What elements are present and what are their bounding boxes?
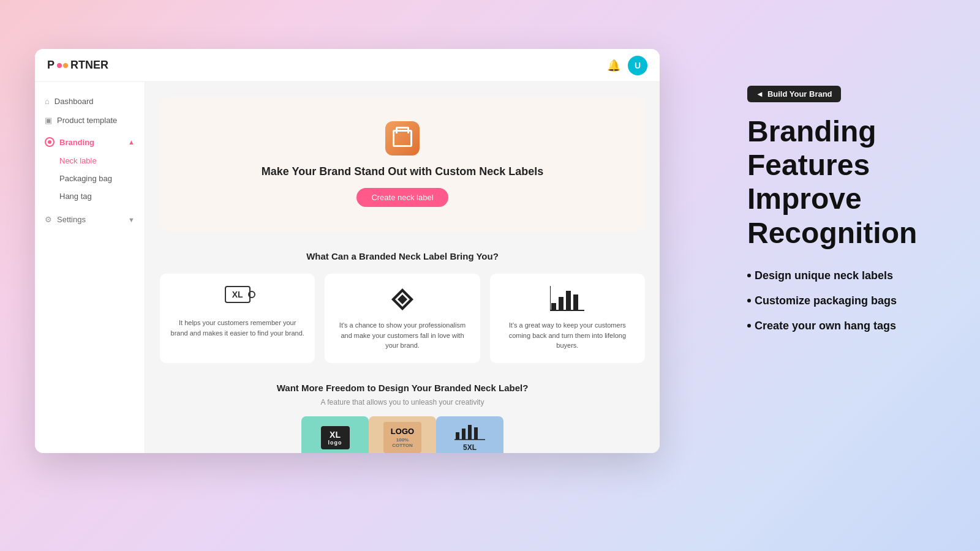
badge-arrow-icon: ◄ [756, 89, 764, 99]
sidebar-item-neck-lable[interactable]: Neck lable [35, 152, 145, 170]
app-body: ⌂ Dashboard ▣ Product template Branding … [35, 82, 660, 453]
logo-dot-pink [57, 63, 62, 68]
bullet-3 [747, 324, 751, 328]
sidebar-item-packaging-bag[interactable]: Packaging bag [35, 170, 145, 187]
sidebar-item-settings[interactable]: ⚙ Settings ▼ [35, 210, 145, 229]
feature-card-chart: It's a great way to keep your customers … [490, 274, 645, 363]
notification-bell-icon[interactable]: 🔔 [607, 59, 620, 72]
branding-icon [45, 137, 55, 147]
settings-label: Settings [57, 215, 86, 224]
svg-rect-4 [559, 297, 564, 310]
logo-dots [57, 63, 68, 68]
branding-section: Branding ▲ Neck lable Packaging bag Hang… [35, 132, 145, 205]
svg-rect-5 [566, 291, 571, 310]
avatar[interactable]: U [628, 56, 647, 75]
sidebar: ⌂ Dashboard ▣ Product template Branding … [35, 82, 145, 453]
logo-p: P [47, 59, 55, 72]
label-preview-blue: 5XL [436, 416, 503, 454]
feature-text-3: It's a great way to keep your customers … [500, 320, 635, 351]
svg-rect-11 [468, 425, 472, 440]
sidebar-item-hang-tag[interactable]: Hang tag [35, 187, 145, 205]
freedom-subtitle: A feature that allows you to unleash you… [160, 398, 645, 407]
right-feature-3: Create your own hang tags [747, 320, 931, 332]
badge-text: Build Your Brand [767, 89, 832, 99]
app-header: P RTNER 🔔 U [35, 49, 660, 82]
features-title: What Can a Branded Neck Label Bring You? [160, 251, 645, 261]
hero-title: Make Your Brand Stand Out with Custom Ne… [175, 165, 630, 178]
main-content: Make Your Brand Stand Out with Custom Ne… [145, 82, 660, 453]
sidebar-item-product-template[interactable]: ▣ Product template [35, 111, 145, 130]
neck-label-icon [393, 130, 412, 147]
sidebar-item-branding[interactable]: Branding ▲ [35, 132, 145, 152]
dashboard-icon: ⌂ [45, 97, 50, 106]
right-feature-list: Design unique neck labels Customize pack… [747, 269, 931, 332]
chevron-up-icon: ▲ [128, 138, 135, 146]
create-neck-label-button[interactable]: Create neck label [356, 188, 448, 207]
bar-chart-icon [500, 286, 635, 313]
right-feature-1: Design unique neck labels [747, 269, 931, 282]
settings-gear-icon: ⚙ [45, 215, 52, 224]
right-heading: BrandingFeaturesImproveRecognition [747, 114, 931, 250]
label-previews: XL logo LOGO 100%COTTON [160, 416, 645, 454]
svg-rect-12 [474, 427, 478, 440]
build-brand-badge: ◄ Build Your Brand [747, 86, 841, 102]
dashboard-label: Dashboard [55, 97, 94, 106]
right-panel: ◄ Build Your Brand BrandingFeaturesImpro… [747, 86, 931, 332]
logo-dot-orange [63, 63, 68, 68]
hero-card: Make Your Brand Stand Out with Custom Ne… [160, 97, 645, 231]
feature-text-1: It helps your customers remember your br… [170, 318, 305, 338]
xl-tag-icon: XL [170, 286, 305, 310]
svg-rect-3 [551, 303, 556, 310]
bullet-2 [747, 299, 751, 302]
svg-rect-9 [456, 432, 459, 440]
logo: P RTNER [47, 59, 108, 72]
feature-text-2: It's a chance to show your professionali… [334, 320, 470, 351]
settings-chevron-icon: ▼ [128, 216, 135, 223]
features-grid: XL It helps your customers remember your… [160, 274, 645, 363]
sidebar-item-dashboard[interactable]: ⌂ Dashboard [35, 92, 145, 111]
feature-card-diamond: It's a chance to show your professionali… [325, 274, 480, 363]
freedom-title: Want More Freedom to Design Your Branded… [160, 383, 645, 393]
branding-label: Branding [59, 138, 94, 147]
header-icons: 🔔 U [607, 56, 647, 75]
hero-icon [385, 121, 420, 156]
svg-rect-6 [573, 294, 578, 310]
feature-card-tag: XL It helps your customers remember your… [160, 274, 315, 363]
diamond-icon [334, 286, 470, 313]
logo-rtner: RTNER [70, 59, 108, 72]
product-template-label: Product template [57, 116, 117, 125]
freedom-section: Want More Freedom to Design Your Branded… [160, 383, 645, 454]
label-preview-green: XL logo [301, 416, 369, 454]
svg-rect-10 [462, 429, 466, 440]
app-window: P RTNER 🔔 U ⌂ Dashboard ▣ Product templa… [35, 49, 660, 453]
template-icon: ▣ [45, 116, 52, 125]
label-preview-beige: LOGO 100%COTTON [369, 416, 436, 454]
features-heading: What Can a Branded Neck Label Bring You? [160, 251, 645, 261]
right-feature-2: Customize packaging bags [747, 294, 931, 307]
bullet-1 [747, 274, 751, 277]
